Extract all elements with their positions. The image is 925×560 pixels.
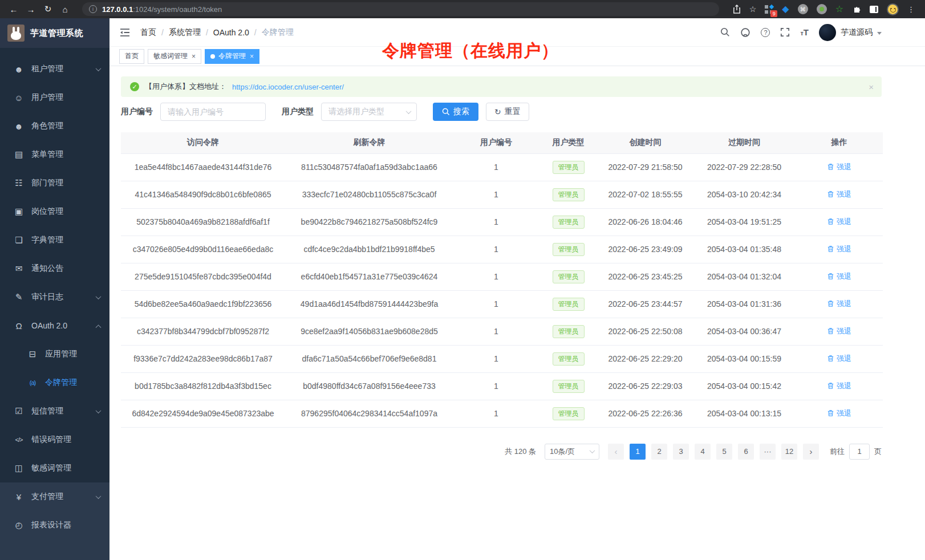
tag-close-icon[interactable]: × (192, 52, 196, 60)
breadcrumb-home[interactable]: 首页 (140, 27, 156, 38)
page-size-select[interactable]: 10条/页 (545, 444, 599, 460)
gray-extension-icon[interactable]: ⌘ (798, 4, 808, 14)
sidebar-item-label: 角色管理 (31, 121, 63, 131)
font-size-icon[interactable]: тT (800, 27, 809, 37)
profile-avatar[interactable] (887, 3, 899, 15)
sidebar-item-dict[interactable]: ❏字典管理 (0, 226, 109, 254)
force-logout-label: 强退 (837, 162, 851, 172)
green-star-extension-icon[interactable]: ☆ (835, 5, 843, 14)
sidebar-item-post[interactable]: ▣岗位管理 (0, 197, 109, 226)
goto-page-input[interactable] (849, 444, 870, 460)
force-logout-button[interactable]: 强退 (827, 189, 851, 200)
user-id-cell: 1 (453, 372, 539, 400)
force-logout-button[interactable]: 强退 (827, 271, 851, 282)
alert-doc-link[interactable]: https://doc.iocoder.cn/user-center/ (232, 83, 344, 91)
side-panel-icon[interactable] (870, 6, 878, 13)
address-bar[interactable]: i 127.0.0.1:1024/system/oauth2/token (82, 2, 719, 16)
force-logout-button[interactable]: 强退 (827, 299, 851, 309)
puzzle-extensions-icon[interactable] (852, 5, 861, 14)
trash-icon (827, 355, 834, 362)
sidebar-item-label: 部门管理 (31, 178, 63, 188)
table-row: 41c41346a548490f9dc8b01c6bfe0865333ecfc7… (121, 181, 883, 208)
github-icon[interactable] (740, 27, 750, 38)
browser-reload-icon[interactable]: ↻ (40, 4, 56, 14)
force-logout-button[interactable]: 强退 (827, 244, 851, 254)
column-header: 操作 (796, 132, 883, 153)
force-logout-label: 强退 (837, 217, 851, 227)
breadcrumb-oauth2[interactable]: OAuth 2.0 (213, 28, 249, 37)
sidebar-item-sensitive[interactable]: ◫敏感词管理 (0, 454, 109, 482)
doc-alert: ✓ 【用户体系】文档地址： https://doc.iocoder.cn/use… (121, 76, 882, 97)
column-header: 用户编号 (453, 132, 539, 153)
table-row: f9336e7c7dd242a283ee98dc86b17a87dfa6c71a… (121, 345, 883, 372)
page-button-6[interactable]: 6 (738, 444, 754, 460)
sidebar-item-sms[interactable]: ☑短信管理 (0, 397, 109, 425)
tag-令牌管理[interactable]: 令牌管理× (205, 49, 259, 64)
browser-home-icon[interactable]: ⌂ (57, 5, 73, 14)
help-icon[interactable]: ? (761, 28, 770, 37)
share-icon[interactable] (733, 5, 741, 14)
sidebar-item-user[interactable]: ☺用户管理 (0, 83, 109, 112)
created-time-cell: 2022-06-25 22:29:20 (598, 345, 693, 372)
force-logout-button[interactable]: 强退 (827, 162, 851, 172)
page-button-4[interactable]: 4 (695, 444, 711, 460)
force-logout-button[interactable]: 强退 (827, 354, 851, 364)
sidebar-item-role[interactable]: ☻角色管理 (0, 112, 109, 140)
collapse-menu-icon[interactable] (120, 28, 130, 37)
pagination-more-button[interactable]: ··· (760, 444, 776, 460)
sidebar-item-tenant[interactable]: ☻租户管理 (0, 55, 109, 83)
prev-page-button[interactable]: ‹ (608, 444, 624, 460)
site-info-icon[interactable]: i (89, 5, 97, 13)
sidebar-item-audit[interactable]: ✎审计日志 (0, 283, 109, 311)
next-page-button[interactable]: › (803, 444, 819, 460)
reset-button[interactable]: ↻ 重置 (486, 103, 529, 121)
sidebar-item-oauth2-app[interactable]: ⊟应用管理 (0, 340, 109, 368)
sidebar-item-label: 字典管理 (31, 235, 63, 245)
browser-forward-icon[interactable]: → (23, 5, 39, 14)
page-button-2[interactable]: 2 (651, 444, 667, 460)
page-button-12[interactable]: 12 (781, 444, 797, 460)
force-logout-button[interactable]: 强退 (827, 326, 851, 336)
gem-extension-icon[interactable]: ◆ (782, 5, 789, 14)
refresh-token-cell: b0df4980ffd34c67a08f9156e4eee733 (285, 372, 453, 400)
sidebar-item-report[interactable]: ◴报表设计器 (0, 511, 109, 539)
force-logout-button[interactable]: 强退 (827, 408, 851, 419)
user-type-select[interactable]: 请选择用户类型 (321, 103, 417, 121)
force-logout-button[interactable]: 强退 (827, 381, 851, 391)
sidebar-item-errcode[interactable]: </>错误码管理 (0, 425, 109, 454)
sidebar-item-dept[interactable]: ☷部门管理 (0, 169, 109, 197)
username: 芋道源码 (841, 27, 873, 38)
created-time-cell: 2022-06-26 18:04:46 (598, 208, 693, 236)
tag-首页[interactable]: 首页 (119, 49, 144, 64)
app-logo[interactable]: 芋道管理系统 (0, 18, 109, 48)
tag-敏感词管理[interactable]: 敏感词管理× (148, 49, 201, 64)
search-button[interactable]: 搜索 (433, 103, 478, 121)
page-button-1[interactable]: 1 (630, 444, 646, 460)
sidebar-item-pay[interactable]: ¥支付管理 (0, 482, 109, 511)
tag-label: 敏感词管理 (153, 51, 188, 61)
browser-menu-icon[interactable]: ⋮ (907, 5, 915, 14)
force-logout-button[interactable]: 强退 (827, 217, 851, 227)
user-id-input[interactable] (160, 103, 266, 121)
browser-back-icon[interactable]: ← (6, 5, 22, 14)
sidebar-item-notice[interactable]: ✉通知公告 (0, 254, 109, 283)
page-button-3[interactable]: 3 (673, 444, 689, 460)
badge-icon: ▣ (13, 206, 25, 217)
alert-close-icon[interactable]: × (869, 82, 874, 92)
green-dot-extension-icon[interactable] (817, 4, 827, 14)
tag-close-icon[interactable]: × (250, 52, 254, 60)
shield-check-icon: ☑ (13, 406, 25, 416)
sidebar-item-menu[interactable]: ▤菜单管理 (0, 140, 109, 169)
expire-time-cell: 2054-03-04 00:15:59 (693, 345, 796, 372)
table-body: 1ea5e44f8bc1467aaede43144f31de76811c5304… (121, 153, 883, 427)
sidebar-item-oauth2-token[interactable]: (a)令牌管理 (0, 368, 109, 397)
bookmark-star-icon[interactable]: ☆ (749, 5, 757, 14)
sidebar-item-oauth2[interactable]: ΩOAuth 2.0 (0, 311, 109, 340)
breadcrumb-system[interactable]: 系统管理 (169, 27, 201, 38)
fullscreen-icon[interactable] (780, 27, 790, 37)
extension-grid-icon[interactable]: 9 (765, 5, 773, 14)
user-menu[interactable]: 芋道源码 (819, 24, 882, 41)
created-time-cell: 2022-06-25 23:49:09 (598, 236, 693, 263)
search-icon[interactable] (720, 27, 730, 37)
page-button-5[interactable]: 5 (716, 444, 732, 460)
